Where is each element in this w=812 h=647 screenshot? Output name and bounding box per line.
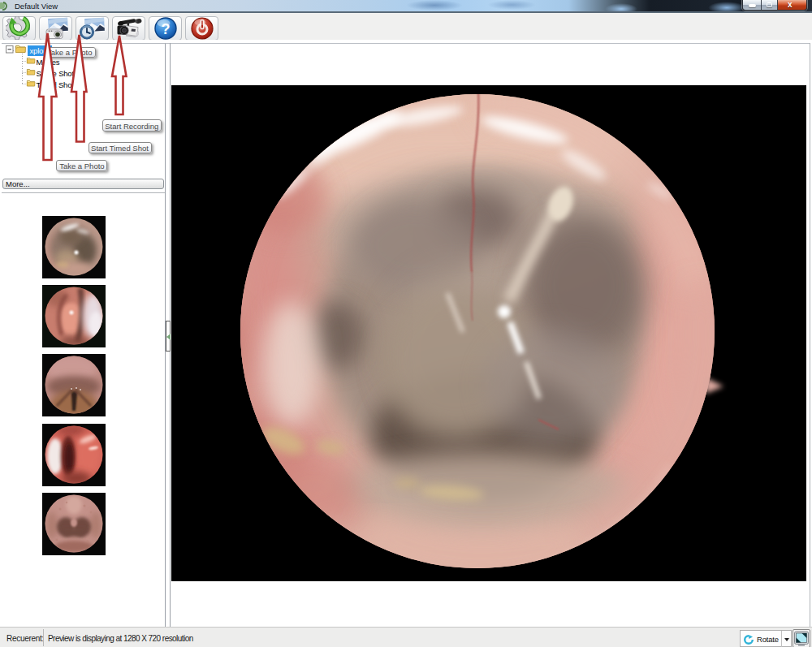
svg-text:?: ? <box>161 21 170 37</box>
